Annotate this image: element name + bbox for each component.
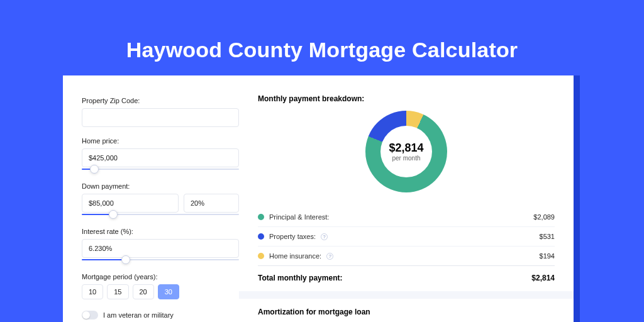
breakdown-column: Monthly payment breakdown: $2,814 per mo… [258,94,555,322]
period-button-10[interactable]: 10 [82,284,103,299]
period-button-30[interactable]: 30 [158,284,179,299]
zip-label: Property Zip Code: [82,97,239,104]
legend-label: Home insurance: [269,252,321,260]
legend-value: $531 [540,233,555,240]
payment-donut-chart: $2,814 per month [365,111,447,192]
period-button-15[interactable]: 15 [107,284,128,299]
info-icon[interactable]: ? [326,253,333,260]
legend-row: Principal & Interest:$2,089 [258,208,555,226]
veteran-label: I am veteran or military [103,311,174,319]
down-payment-pct-input[interactable] [184,194,239,213]
zip-input[interactable] [82,108,239,127]
calculator-panel: Property Zip Code: Home price: Down paym… [63,75,574,322]
period-label: Mortgage period (years): [82,273,239,280]
total-value: $2,814 [531,274,555,282]
legend-dot-icon [258,253,264,259]
home-price-label: Home price: [82,137,239,145]
page-title: Haywood County Mortgage Calculator [0,0,644,62]
total-label: Total monthly payment: [258,274,342,282]
home-price-slider[interactable] [82,166,239,172]
breakdown-title: Monthly payment breakdown: [258,94,555,103]
down-payment-slider[interactable] [82,211,239,218]
legend-label: Principal & Interest: [269,213,329,221]
legend-row: Home insurance:?$194 [258,246,555,265]
rate-input[interactable] [82,239,239,258]
legend-dot-icon [258,214,264,220]
info-icon[interactable]: ? [321,233,328,240]
down-payment-label: Down payment: [82,182,239,190]
rate-label: Interest rate (%): [82,228,239,235]
legend-label: Property taxes: [269,233,316,240]
period-button-20[interactable]: 20 [133,284,154,299]
legend-value: $2,089 [533,213,555,221]
home-price-input[interactable] [82,148,239,167]
total-row: Total monthly payment: $2,814 [258,265,555,291]
legend-row: Property taxes:?$531 [258,226,555,246]
form-column: Property Zip Code: Home price: Down paym… [82,94,239,322]
veteran-toggle[interactable] [82,311,98,319]
legend-dot-icon [258,233,264,240]
down-payment-input[interactable] [82,194,179,213]
donut-subtext: per month [392,155,420,162]
legend-value: $194 [540,252,555,260]
donut-amount: $2,814 [389,142,423,155]
amortization-title: Amortization for mortgage loan [258,308,555,316]
rate-slider[interactable] [82,257,239,263]
